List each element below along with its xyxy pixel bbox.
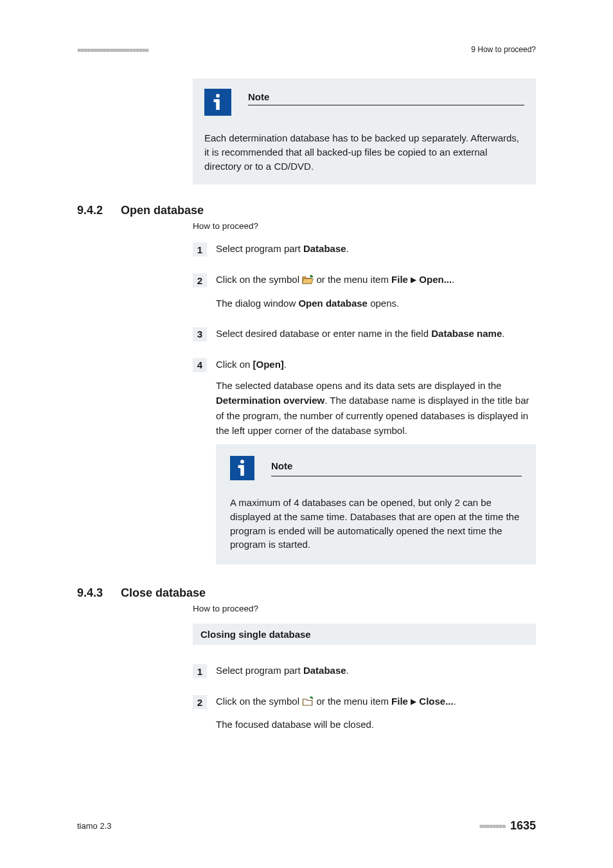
- step-row: 1 Select program part Database.: [193, 663, 536, 678]
- page-number: 1635: [510, 819, 536, 833]
- info-icon: [230, 456, 254, 480]
- step-number: 1: [193, 242, 207, 257]
- step-text: or the menu item: [314, 696, 391, 707]
- closing-bar: Closing single database: [193, 624, 536, 645]
- step-text: .: [502, 328, 504, 339]
- step-number: 2: [193, 273, 207, 287]
- open-folder-icon: [302, 274, 314, 289]
- step-text: .: [346, 243, 349, 254]
- step-result-text: The selected database opens and its data…: [216, 380, 501, 391]
- step-bold: [Open]: [253, 359, 284, 370]
- page-footer: tiamo 2.3 ■■■■■■■■ 1635: [77, 819, 536, 833]
- step-text: Select desired database or enter name in…: [216, 328, 431, 339]
- step-bold: Database: [303, 243, 346, 254]
- menu-file: File: [391, 696, 408, 707]
- step-number: 2: [193, 695, 207, 709]
- step-result-bold: Determination overview: [216, 395, 324, 406]
- header-dots: ■■■■■■■■■■■■■■■■■■■■■■: [77, 46, 148, 53]
- step-body: Click on the symbol or the menu item Fil…: [216, 272, 454, 311]
- step-text: .: [346, 665, 349, 676]
- step-result-text: opens.: [368, 298, 399, 309]
- menu-arrow-icon: ▶: [411, 697, 416, 706]
- note-header: Note: [204, 89, 524, 116]
- step-text: Click on the symbol: [216, 274, 302, 285]
- running-head-text: 9 How to proceed?: [471, 45, 536, 54]
- note-title-wrap: Note: [271, 456, 522, 476]
- note-text: Each determination database has to be ba…: [204, 131, 524, 173]
- menu-open: Open...: [419, 274, 452, 285]
- step-result-text: The dialog window: [216, 298, 298, 309]
- section-heading-943: 9.4.3 Close database: [77, 586, 536, 600]
- step-bold: Database: [303, 665, 346, 676]
- step-text: .: [284, 359, 287, 370]
- step-row: 4 Click on [Open]. The selected database…: [193, 357, 536, 565]
- section-title: Close database: [121, 586, 206, 600]
- svg-rect-2: [214, 99, 218, 102]
- section-number: 9.4.2: [77, 204, 103, 217]
- note-header: Note: [230, 456, 522, 480]
- step-row: 3 Select desired database or enter name …: [193, 326, 536, 341]
- svg-rect-5: [238, 465, 243, 468]
- close-folder-icon: [302, 696, 314, 710]
- step-text: Click on: [216, 359, 253, 370]
- step-body: Click on the symbol or the menu item Fil…: [216, 694, 456, 732]
- section-number: 9.4.3: [77, 586, 103, 600]
- step-text: Select program part: [216, 243, 303, 254]
- note-box: Note A maximum of 4 databases can be ope…: [216, 444, 536, 565]
- menu-arrow-icon: ▶: [411, 275, 416, 284]
- section-subtitle: How to proceed?: [193, 604, 536, 613]
- svg-point-0: [216, 94, 220, 98]
- step-result-bold: Open database: [298, 298, 368, 309]
- step-body: Select program part Database.: [216, 663, 349, 678]
- note-box: Note Each determination database has to …: [193, 78, 536, 185]
- note-title-wrap: Note: [248, 89, 524, 105]
- step-row: 2 Click on the symbol or the menu item F…: [193, 694, 536, 732]
- step-number: 3: [193, 327, 207, 341]
- step-row: 1 Select program part Database.: [193, 241, 536, 257]
- step-result-text: The focused database will be closed.: [216, 717, 456, 732]
- step-number: 4: [193, 358, 207, 372]
- step-text: .: [452, 274, 454, 285]
- info-icon: [204, 89, 231, 116]
- section-subtitle: How to proceed?: [193, 221, 536, 231]
- section-heading-942: 9.4.2 Open database: [77, 204, 536, 217]
- note-title: Note: [271, 458, 522, 476]
- step-body: Click on [Open]. The selected database o…: [216, 357, 536, 565]
- page: ■■■■■■■■■■■■■■■■■■■■■■ 9 How to proceed?…: [0, 0, 613, 868]
- footer-product: tiamo 2.3: [77, 821, 111, 831]
- note-title: Note: [248, 91, 524, 105]
- step-body: Select desired database or enter name in…: [216, 326, 504, 341]
- step-row: 2 Click on the symbol or the menu item F…: [193, 272, 536, 311]
- svg-point-3: [240, 460, 244, 464]
- step-text: or the menu item: [314, 274, 391, 285]
- footer-dots: ■■■■■■■■: [479, 822, 505, 829]
- section-title: Open database: [121, 204, 204, 217]
- step-text: Click on the symbol: [216, 696, 302, 707]
- step-body: Select program part Database.: [216, 241, 349, 257]
- menu-file: File: [391, 274, 408, 285]
- menu-close: Close...: [419, 696, 453, 707]
- step-text: .: [454, 696, 456, 707]
- footer-right: ■■■■■■■■ 1635: [479, 819, 536, 833]
- note-text: A maximum of 4 databases can be opened, …: [230, 496, 522, 552]
- running-header: ■■■■■■■■■■■■■■■■■■■■■■ 9 How to proceed?: [77, 45, 536, 54]
- step-text: Select program part: [216, 665, 303, 676]
- step-bold: Database name: [431, 328, 502, 339]
- step-number: 1: [193, 664, 207, 678]
